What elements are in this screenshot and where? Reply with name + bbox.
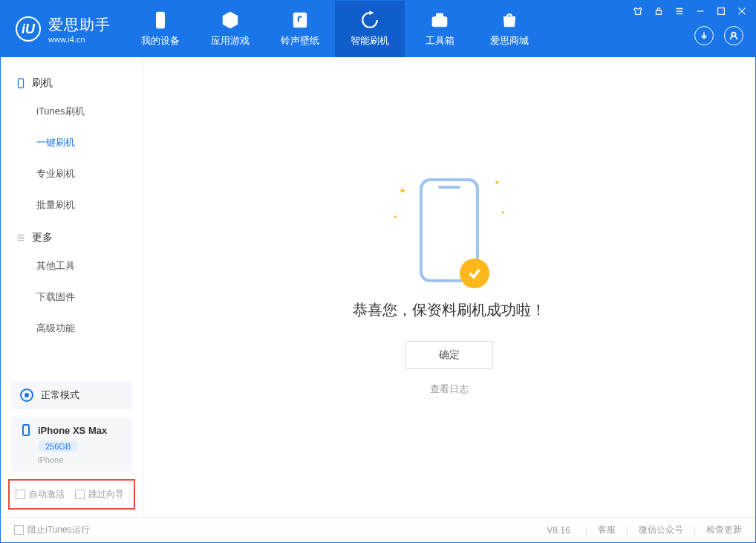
storage-badge: 256GB bbox=[38, 440, 78, 452]
svg-rect-8 bbox=[23, 425, 29, 435]
sidebar-item-firmware[interactable]: 下载固件 bbox=[1, 282, 143, 313]
sparkle-icon: ✦ bbox=[501, 209, 506, 216]
sidebar-item-oneclick[interactable]: 一键刷机 bbox=[1, 127, 143, 158]
nav-label: 工具箱 bbox=[426, 34, 454, 48]
statusbar-right: V8.16 | 客服 | 微信公众号 | 检查更新 bbox=[547, 524, 742, 536]
sidebar-head-more: 更多 bbox=[1, 225, 143, 250]
nav-label: 铃声壁纸 bbox=[281, 34, 319, 48]
svg-rect-1 bbox=[293, 13, 306, 27]
support-link[interactable]: 客服 bbox=[598, 524, 616, 536]
wechat-link[interactable]: 微信公众号 bbox=[639, 524, 683, 536]
main-content: ✦ ✦ ✦ ✦ 恭喜您，保资料刷机成功啦！ 确定 查看日志 bbox=[143, 57, 755, 517]
list-icon bbox=[16, 233, 26, 243]
check-badge-icon bbox=[460, 259, 489, 288]
sidebar-item-batch[interactable]: 批量刷机 bbox=[1, 189, 143, 221]
sidebar-bottom: 正常模式 iPhone XS Max 256GB iPhone 自动激活 bbox=[1, 381, 143, 517]
sidebar-head-flash: 刷机 bbox=[1, 71, 143, 96]
nav-label: 智能刷机 bbox=[351, 34, 389, 48]
ok-button[interactable]: 确定 bbox=[405, 341, 493, 369]
nav-ringtone[interactable]: 铃声壁纸 bbox=[265, 1, 335, 57]
checkbox-icon bbox=[14, 525, 24, 535]
nav-flash[interactable]: 智能刷机 bbox=[335, 1, 405, 57]
svg-rect-4 bbox=[656, 10, 662, 14]
music-icon bbox=[290, 10, 310, 30]
mode-label: 正常模式 bbox=[41, 388, 79, 402]
sparkle-icon: ✦ bbox=[393, 214, 398, 221]
sidebar: 刷机 iTunes刷机 一键刷机 专业刷机 批量刷机 更多 其他工具 下载固件 … bbox=[1, 57, 143, 517]
checkbox-block-itunes[interactable]: 阻止iTunes运行 bbox=[14, 524, 90, 536]
checkbox-skip-wizard[interactable]: 跳过向导 bbox=[75, 488, 124, 501]
svg-rect-3 bbox=[437, 13, 443, 16]
checkbox-icon bbox=[16, 490, 25, 499]
checkbox-label: 自动激活 bbox=[29, 488, 65, 501]
version-label: V8.16 bbox=[547, 525, 570, 536]
nav: 我的设备 应用游戏 铃声壁纸 智能刷机 工具箱 爱思商城 bbox=[126, 1, 544, 57]
cube-icon bbox=[221, 10, 240, 30]
tshirt-icon[interactable] bbox=[632, 5, 644, 17]
user-row bbox=[694, 26, 743, 45]
nav-label: 我的设备 bbox=[141, 34, 180, 48]
user-icon[interactable] bbox=[724, 26, 743, 45]
mode-icon bbox=[20, 388, 33, 402]
separator: | bbox=[626, 525, 628, 536]
svg-rect-7 bbox=[19, 79, 24, 88]
device-card[interactable]: iPhone XS Max 256GB iPhone bbox=[11, 417, 132, 472]
device-type: iPhone bbox=[38, 455, 123, 464]
statusbar: 阻止iTunes运行 V8.16 | 客服 | 微信公众号 | 检查更新 bbox=[1, 517, 755, 542]
sparkle-icon: ✦ bbox=[399, 186, 406, 196]
toolbox-icon bbox=[430, 10, 449, 30]
nav-store[interactable]: 爱思商城 bbox=[475, 1, 544, 57]
logo-icon: iU bbox=[16, 16, 41, 42]
close-icon[interactable] bbox=[736, 5, 748, 17]
nav-toolbox[interactable]: 工具箱 bbox=[405, 1, 475, 57]
phone-icon bbox=[151, 10, 170, 30]
sidebar-section-flash: 刷机 iTunes刷机 一键刷机 专业刷机 批量刷机 bbox=[1, 71, 143, 221]
nav-label: 应用游戏 bbox=[211, 34, 250, 48]
sparkle-icon: ✦ bbox=[494, 178, 500, 186]
app-title: 爱思助手 bbox=[48, 15, 111, 35]
checkbox-row-highlighted: 自动激活 跳过向导 bbox=[8, 479, 135, 510]
sidebar-item-othertools[interactable]: 其他工具 bbox=[1, 250, 143, 282]
lock-icon[interactable] bbox=[653, 5, 665, 17]
nav-apps[interactable]: 应用游戏 bbox=[195, 1, 265, 57]
app-subtitle: www.i4.cn bbox=[48, 35, 111, 44]
nav-label: 爱思商城 bbox=[490, 34, 529, 48]
sidebar-section-title: 更多 bbox=[32, 231, 53, 244]
logo: iU 爱思助手 www.i4.cn bbox=[1, 1, 126, 57]
checkbox-icon bbox=[75, 490, 85, 499]
device-icon bbox=[20, 424, 32, 436]
device-name: iPhone XS Max bbox=[38, 425, 107, 436]
sidebar-section-title: 刷机 bbox=[32, 77, 53, 90]
sidebar-item-pro[interactable]: 专业刷机 bbox=[1, 158, 143, 189]
refresh-icon bbox=[360, 10, 379, 30]
checkbox-label: 跳过向导 bbox=[88, 488, 124, 501]
window-controls bbox=[632, 5, 748, 17]
minimize-icon[interactable] bbox=[694, 5, 706, 17]
download-icon[interactable] bbox=[694, 26, 714, 45]
sidebar-section-more: 更多 其他工具 下载固件 高级功能 bbox=[1, 225, 143, 344]
checkbox-auto-activate[interactable]: 自动激活 bbox=[16, 488, 65, 501]
maximize-icon[interactable] bbox=[715, 5, 727, 17]
view-log-link[interactable]: 查看日志 bbox=[430, 383, 469, 396]
svg-rect-5 bbox=[718, 8, 725, 15]
phone-outline-icon bbox=[16, 78, 26, 88]
separator: | bbox=[694, 525, 696, 536]
update-link[interactable]: 检查更新 bbox=[706, 524, 742, 536]
success-title: 恭喜您，保资料刷机成功啦！ bbox=[353, 300, 546, 320]
svg-rect-0 bbox=[157, 12, 165, 28]
svg-rect-2 bbox=[432, 17, 447, 27]
sidebar-item-itunes[interactable]: iTunes刷机 bbox=[1, 96, 143, 127]
app-window: iU 爱思助手 www.i4.cn 我的设备 应用游戏 铃声壁纸 智能刷机 bbox=[0, 0, 756, 543]
menu-icon[interactable] bbox=[674, 5, 685, 17]
bag-icon bbox=[500, 10, 519, 30]
titlebar-right bbox=[632, 1, 755, 57]
mode-card[interactable]: 正常模式 bbox=[11, 381, 132, 409]
body: 刷机 iTunes刷机 一键刷机 专业刷机 批量刷机 更多 其他工具 下载固件 … bbox=[1, 57, 755, 517]
nav-device[interactable]: 我的设备 bbox=[126, 1, 195, 57]
titlebar: iU 爱思助手 www.i4.cn 我的设备 应用游戏 铃声壁纸 智能刷机 bbox=[1, 1, 755, 57]
checkbox-label: 阻止iTunes运行 bbox=[27, 524, 90, 536]
sidebar-item-advanced[interactable]: 高级功能 bbox=[1, 313, 143, 344]
separator: | bbox=[585, 525, 587, 536]
success-illustration: ✦ ✦ ✦ ✦ bbox=[420, 178, 479, 282]
